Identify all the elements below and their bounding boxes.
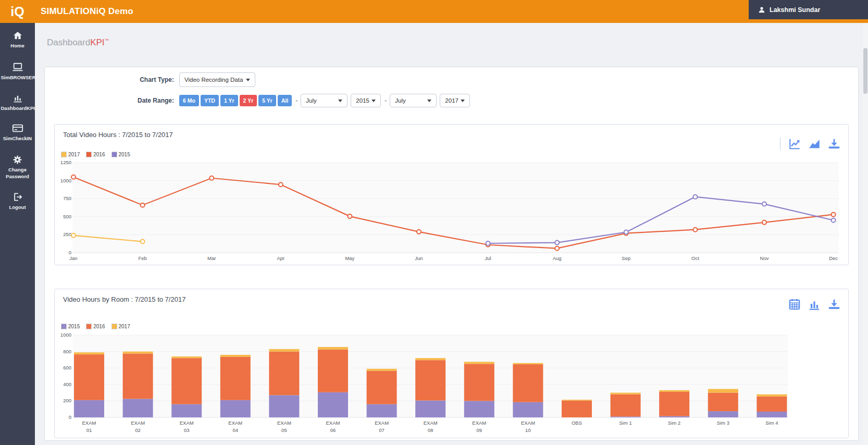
bar-segment-2016-Sim 4[interactable]: [757, 397, 787, 412]
data-point-2016-Aug[interactable]: [555, 246, 559, 251]
bar-segment-2015-EXAM-04[interactable]: [220, 400, 251, 417]
x-tick-label: EXAM10: [521, 420, 535, 433]
bar-segment-2017-EXAM-05[interactable]: [269, 349, 299, 352]
data-point-2016-Jan[interactable]: [71, 175, 76, 179]
line-chart-icon[interactable]: [788, 137, 801, 151]
bar-segment-2015-EXAM-02[interactable]: [123, 399, 153, 417]
y-tick-label: 400: [63, 381, 71, 387]
x-axis: JanFebMarAprMayJunJulAugSepOctNovDec: [69, 255, 838, 261]
from-month-select[interactable]: July: [301, 94, 348, 107]
vertical-scrollbar-track: [863, 23, 868, 445]
bar-segment-2017-EXAM-09[interactable]: [464, 362, 494, 364]
sidebar-item-home[interactable]: Home: [0, 30, 35, 50]
y-tick-label: 800: [63, 349, 71, 354]
range-button-5yr[interactable]: 5 Yr: [258, 95, 276, 106]
bar-segment-2016-EXAM-02[interactable]: [123, 354, 153, 399]
bar-segment-2017-Sim 2[interactable]: [659, 390, 689, 392]
bar-chart-icon[interactable]: [808, 298, 821, 311]
bar-segment-2016-EXAM-09[interactable]: [464, 364, 494, 401]
bar-segment-2016-EXAM-06[interactable]: [318, 350, 348, 392]
range-button-6mo[interactable]: 6 Mo: [179, 95, 199, 106]
bar-segment-2017-EXAM-10[interactable]: [513, 363, 543, 364]
bar-segment-2015-EXAM-09[interactable]: [464, 401, 494, 417]
bar-segment-2015-Sim 2[interactable]: [659, 416, 689, 417]
bar-segment-2015-EXAM-10[interactable]: [513, 402, 543, 417]
data-point-2016-Mar[interactable]: [209, 176, 214, 180]
bar-segment-2015-Sim 1[interactable]: [611, 416, 641, 417]
x-tick-label: Sim 3: [717, 420, 729, 426]
bar-segment-2016-EXAM-10[interactable]: [513, 364, 543, 402]
bar-segment-2015-EXAM-05[interactable]: [269, 395, 299, 417]
range-button-all[interactable]: All: [278, 95, 292, 106]
data-point-2016-Dec[interactable]: [832, 213, 836, 217]
bar-segment-2015-Sim 4[interactable]: [757, 412, 787, 417]
sidebar-item-change-password[interactable]: Change Password: [0, 155, 35, 180]
bar-segment-2015-EXAM-06[interactable]: [318, 392, 348, 417]
data-point-2016-Apr[interactable]: [279, 182, 283, 187]
bar-segment-2015-Sim 3[interactable]: [708, 411, 738, 417]
data-point-2015-Aug[interactable]: [555, 241, 559, 245]
data-point-2017-Jan[interactable]: [71, 233, 76, 238]
data-point-2016-Nov[interactable]: [762, 220, 766, 225]
data-point-2016-Jun[interactable]: [417, 230, 421, 234]
legend-swatch: [111, 324, 117, 329]
data-point-2016-Oct[interactable]: [693, 228, 697, 232]
bar-segment-2016-EXAM-05[interactable]: [269, 352, 299, 395]
bar-segment-2017-EXAM-07[interactable]: [367, 369, 397, 371]
bar-segment-2017-EXAM-06[interactable]: [318, 347, 348, 350]
bar-segment-2015-EXAM-08[interactable]: [415, 401, 445, 417]
chevron-down-icon: [427, 100, 431, 102]
bar-segment-2017-EXAM-01[interactable]: [74, 352, 104, 354]
bar-segment-2016-OBS[interactable]: [562, 401, 592, 417]
data-point-2016-Feb[interactable]: [141, 203, 145, 207]
data-point-2015-Nov[interactable]: [762, 202, 766, 206]
data-point-2017-Feb[interactable]: [141, 240, 145, 244]
bar-segment-2015-EXAM-07[interactable]: [367, 404, 397, 417]
bar-segment-2017-Sim 1[interactable]: [611, 393, 641, 394]
bar-segment-2017-EXAM-03[interactable]: [171, 356, 202, 358]
bar-segment-2015-EXAM-01[interactable]: [74, 400, 104, 417]
area-chart-icon[interactable]: [808, 137, 821, 151]
bar-segment-2017-EXAM-02[interactable]: [123, 352, 153, 354]
download-icon[interactable]: [827, 137, 841, 151]
bar-segment-2017-Sim 4[interactable]: [757, 394, 787, 397]
vertical-scrollbar-thumb[interactable]: [863, 48, 867, 94]
bar-segment-2015-EXAM-03[interactable]: [171, 404, 202, 417]
data-point-2015-Jul[interactable]: [486, 241, 490, 245]
x-tick-label: Oct: [691, 255, 699, 261]
bar-segment-2017-EXAM-04[interactable]: [220, 355, 251, 357]
range-separator: -: [295, 97, 297, 104]
data-point-2015-Dec[interactable]: [832, 218, 836, 222]
bar-segment-2016-Sim 3[interactable]: [708, 393, 738, 412]
sidebar-item-simcheckin[interactable]: SimCheckIN: [0, 123, 35, 142]
sidebar-item-simbrowser[interactable]: SimBROWSER: [0, 62, 35, 81]
bar-segment-2016-EXAM-03[interactable]: [171, 358, 202, 404]
bar-segment-2016-EXAM-01[interactable]: [74, 354, 104, 400]
download-icon[interactable]: [827, 298, 841, 311]
calendar-icon[interactable]: [788, 298, 801, 311]
data-point-2015-Sep[interactable]: [624, 230, 628, 234]
bar-segment-2017-Sim 3[interactable]: [708, 389, 738, 392]
from-year-select[interactable]: 2015: [351, 94, 381, 107]
bar-segment-2016-Sim 1[interactable]: [611, 394, 641, 417]
y-tick-label: 1000: [60, 178, 71, 183]
chart-type-select[interactable]: Video Recording Data: [179, 72, 255, 87]
bar-segment-2016-EXAM-07[interactable]: [367, 371, 397, 404]
range-button-ytd[interactable]: YTD: [201, 95, 219, 106]
x-tick-label: EXAM06: [326, 420, 340, 433]
bar-segment-2016-EXAM-04[interactable]: [220, 357, 251, 400]
x-tick-label: Nov: [760, 255, 769, 261]
data-point-2015-Oct[interactable]: [693, 195, 697, 199]
sidebar-item-dashboardkpi[interactable]: DashboardKPI: [0, 93, 35, 112]
bar-segment-2017-EXAM-08[interactable]: [415, 358, 445, 360]
sidebar-item-logout[interactable]: Logout: [0, 192, 35, 211]
user-menu[interactable]: Lakshmi Sundar: [749, 0, 868, 19]
data-point-2016-May[interactable]: [348, 214, 352, 218]
range-button-1yr[interactable]: 1 Yr: [220, 95, 238, 106]
bar-segment-2016-EXAM-08[interactable]: [415, 360, 445, 400]
range-button-2yr[interactable]: 2 Yr: [240, 95, 257, 106]
bar-segment-2016-Sim 2[interactable]: [659, 392, 689, 416]
to-year-select[interactable]: 2017: [440, 94, 470, 107]
bar-segment-2017-OBS[interactable]: [562, 400, 592, 401]
to-month-select[interactable]: July: [390, 94, 437, 107]
